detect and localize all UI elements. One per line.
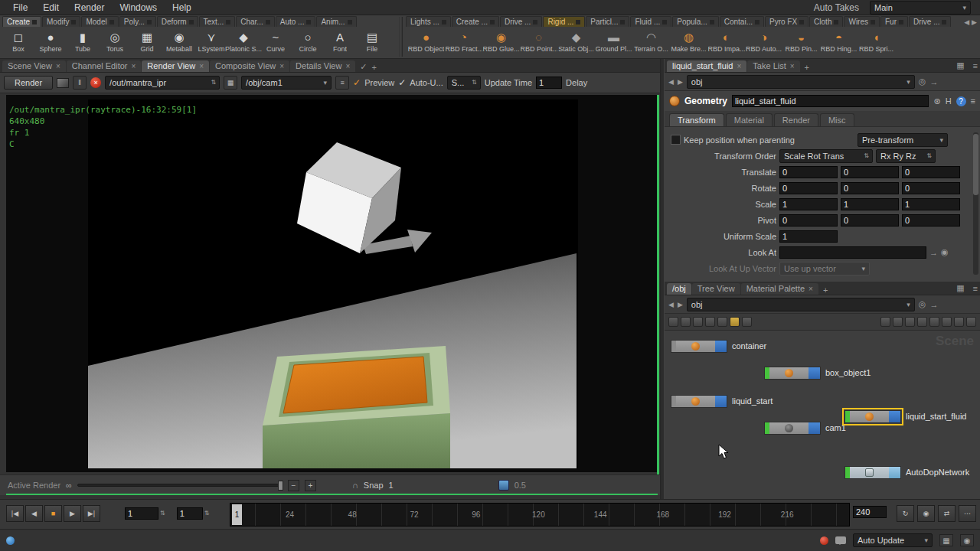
zoom-out-button[interactable]: − (288, 480, 299, 491)
display-flag[interactable] (808, 422, 820, 434)
stop-render-button[interactable]: × (90, 77, 101, 88)
menu-edit[interactable]: Edit (36, 1, 66, 15)
tool-font[interactable]: AFont (324, 28, 356, 53)
tool-ground-plane[interactable]: ▬Ground Pl... (595, 28, 632, 53)
scrollbar-thumb[interactable] (973, 134, 978, 195)
color-correction-icon[interactable] (498, 480, 509, 491)
rotate-z-field[interactable] (902, 182, 960, 194)
shelf-tab-anim[interactable]: Anim... (316, 16, 356, 27)
shelf-tab-poly[interactable]: Poly... (119, 16, 156, 27)
shelf-tab-rigid[interactable]: Rigid ... (543, 16, 585, 27)
play-backward-button[interactable]: ◀ (25, 505, 43, 522)
tab-details-view[interactable]: Details View× (290, 60, 355, 72)
scale-z-field[interactable] (902, 198, 960, 210)
shelf-tab-drive[interactable]: Drive ... (500, 16, 542, 27)
display-flag[interactable] (715, 341, 727, 352)
frame-stepper-icon[interactable]: ⇅ (160, 510, 165, 517)
pane-menu-icon[interactable]: ≡ (973, 284, 978, 293)
node-liquid-start[interactable] (671, 395, 727, 408)
tool-make-breakable[interactable]: ◍Make Bre... (670, 28, 707, 53)
network-path-dropdown[interactable]: obj ▾ (687, 298, 915, 311)
folder-tab-render[interactable]: Render (774, 113, 818, 126)
tool-rbd-glue[interactable]: ◉RBD Glue... (482, 28, 520, 53)
shelf-tab-texture[interactable]: Text... (199, 16, 236, 27)
tool-static-object[interactable]: ◆Static Obj... (557, 28, 595, 53)
scale-y-field[interactable] (841, 198, 899, 210)
stepper-icon[interactable]: ⇅ (472, 80, 476, 86)
shelf-tab-lights[interactable]: Lights ... (406, 16, 451, 27)
current-frame-field[interactable] (125, 507, 158, 520)
close-icon[interactable]: × (737, 62, 742, 70)
memory-usage-icon[interactable]: ▦ (939, 534, 953, 546)
shelf-tab-cloth[interactable]: Cloth (809, 16, 843, 27)
shelf-tab-pyrofx[interactable]: Pyro FX (765, 16, 808, 27)
node-autodopnetwork[interactable] (844, 466, 901, 479)
tool-rbd-pin[interactable]: ◒RBD Pin... (782, 28, 820, 53)
tool-torus[interactable]: ◎Torus (99, 28, 131, 53)
tool-circle[interactable]: ○Circle (292, 28, 324, 53)
look-at-field[interactable] (779, 246, 926, 259)
shelf-tab-populate[interactable]: Popula... (672, 16, 718, 27)
node-liquid-start-fluid[interactable] (844, 410, 901, 423)
magnet-snap-icon[interactable]: ∩ (352, 481, 358, 490)
end-frame-field[interactable] (853, 506, 887, 518)
node-cam1[interactable] (764, 422, 821, 435)
menu-render[interactable]: Render (67, 1, 111, 15)
close-icon[interactable]: × (132, 62, 136, 70)
render-button[interactable]: Render (4, 76, 53, 90)
follow-selection-icon[interactable]: → (929, 77, 938, 86)
update-time-field[interactable] (536, 77, 562, 89)
render-image-icon[interactable] (57, 78, 69, 88)
tool-rbd-hinge[interactable]: ◓RBD Hing... (820, 28, 858, 53)
tool-lsystem[interactable]: ⋎LSystem (195, 28, 227, 53)
pause-render-button[interactable]: ‖ (73, 76, 87, 90)
network-toolbar-button[interactable] (905, 317, 915, 327)
pin-icon[interactable]: ◎ (919, 299, 926, 309)
parameter-scrollbar[interactable] (973, 132, 978, 275)
follow-selection-icon[interactable]: → (929, 300, 938, 309)
tool-tube[interactable]: ▮Tube (67, 28, 99, 53)
translate-y-field[interactable] (841, 166, 899, 178)
node-body[interactable] (769, 422, 808, 434)
network-toolbar-button[interactable] (893, 317, 903, 327)
tool-file[interactable]: ▤File (356, 28, 388, 53)
tab-liquid-start-fluid[interactable]: liquid_start_fluid× (667, 60, 746, 72)
transform-order-dropdown[interactable]: Scale Rot Trans ⇅ (779, 149, 873, 163)
close-icon[interactable]: × (199, 62, 204, 70)
network-toolbar-button[interactable] (705, 317, 715, 327)
network-toolbar-button[interactable] (668, 317, 678, 327)
forward-icon[interactable]: ▶ (678, 301, 683, 308)
shelf-tab-particles[interactable]: Particl... (586, 16, 629, 27)
pane-check-icon[interactable]: ✓ (360, 62, 367, 72)
shelf-tab-containers[interactable]: Contai... (720, 16, 764, 27)
tool-box[interactable]: ◻Box (2, 28, 34, 53)
shelf-overflow-arrows[interactable]: ◀ ▶ (964, 18, 977, 26)
network-toolbar-button[interactable] (681, 317, 691, 327)
frame-ruler[interactable]: 1 24 48 72 96 120 144 168 192 216 (230, 503, 850, 527)
realtime-toggle-icon[interactable]: ↻ (897, 505, 914, 522)
new-tab-icon[interactable]: + (823, 285, 828, 295)
rotate-order-dropdown[interactable]: Rx Ry Rz ⇅ (876, 149, 936, 163)
stepper-icon[interactable]: ⇅ (211, 80, 215, 86)
render-viewport[interactable]: /out/mantra_ipr(raytrace)-16:32:59[1]640… (6, 95, 658, 472)
folder-tab-misc[interactable]: Misc (820, 113, 854, 126)
rop-path-dropdown[interactable]: /out/mantra_ipr ⇅ (105, 76, 220, 90)
node-box-object1[interactable] (764, 367, 821, 380)
shelf-tab-model[interactable]: Model (81, 16, 118, 27)
status-indicator-icon[interactable] (6, 536, 15, 545)
node-body[interactable] (850, 411, 889, 422)
menu-file[interactable]: File (6, 1, 34, 15)
parameter-menu-icon[interactable]: ≡ (971, 96, 975, 106)
shelf-scroll-left-icon[interactable]: ◀ (964, 18, 969, 26)
uniform-scale-field[interactable] (779, 230, 838, 243)
translate-x-field[interactable] (779, 166, 838, 178)
playback-range-icon[interactable]: ⇄ (938, 505, 956, 522)
tab-render-view[interactable]: Render View× (142, 60, 209, 72)
folder-tab-material[interactable]: Material (726, 113, 773, 126)
pane-split-icon[interactable]: ▦ (956, 60, 964, 70)
tool-sphere[interactable]: ●Sphere (34, 28, 67, 53)
tab-composite-view[interactable]: Composite View× (210, 60, 289, 72)
auto-update-mode-dropdown[interactable]: Auto Update ▾ (853, 533, 933, 547)
pivot-x-field[interactable] (779, 214, 838, 227)
new-tab-icon[interactable]: + (372, 63, 377, 72)
